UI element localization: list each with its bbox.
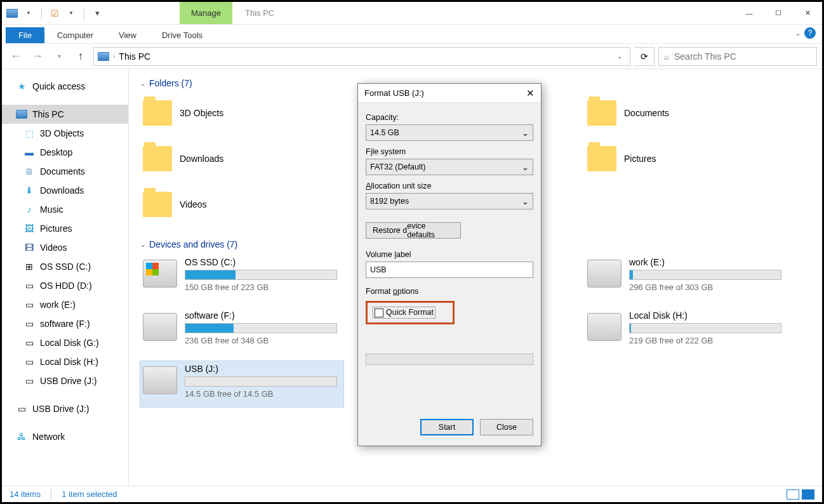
nav-3d-objects[interactable]: ⬚3D Objects: [2, 124, 128, 143]
drive-icon: [143, 366, 177, 394]
nav-recent-dropdown[interactable]: ▾: [50, 48, 68, 65]
folder-label: Documents: [624, 108, 669, 118]
chevron-down-icon: ⌄: [522, 128, 529, 138]
qat-separator: [41, 7, 42, 20]
nav-label: Videos: [40, 242, 67, 253]
qat-dropdown2-icon[interactable]: ▼: [65, 7, 77, 20]
nav-forward-button[interactable]: →: [29, 48, 46, 65]
desktop-icon: ▬: [23, 147, 35, 158]
nav-documents[interactable]: 🗎Documents: [2, 162, 128, 181]
star-icon: ★: [16, 81, 27, 92]
nav-work[interactable]: ▭work (E:): [2, 295, 128, 314]
address-bar[interactable]: › This PC ⌄: [93, 47, 630, 66]
folder-documents[interactable]: Documents: [585, 93, 788, 133]
start-button[interactable]: Start: [420, 419, 474, 435]
folder-label: Pictures: [624, 154, 656, 164]
qat-dropdown-icon[interactable]: ▼: [22, 7, 35, 20]
drive-capacity-bar: [629, 270, 781, 280]
drive-local-h[interactable]: Local Disk (H:) 219 GB free of 222 GB: [585, 308, 788, 354]
maximize-button[interactable]: ☐: [764, 2, 793, 24]
window-title: This PC: [245, 2, 274, 24]
status-bar: 14 items 1 item selected: [2, 486, 822, 502]
nav-downloads[interactable]: ⬇Downloads: [2, 181, 128, 200]
nav-usb-drive[interactable]: ▭USB Drive (J:): [2, 371, 128, 390]
nav-label: Network: [32, 432, 65, 442]
drive-os-ssd[interactable]: OS SSD (C:) 150 GB free of 223 GB: [140, 255, 343, 300]
tab-view[interactable]: View: [106, 27, 149, 43]
nav-local-h[interactable]: ▭Local Disk (H:): [2, 352, 128, 371]
folder-videos[interactable]: Videos: [140, 185, 343, 224]
status-separator: [51, 489, 51, 500]
address-row: ← → ▾ ↑ › This PC ⌄ ⟳ ⌕ Search This PC: [2, 44, 822, 69]
help-icon[interactable]: ?: [804, 27, 816, 39]
drive-usb[interactable]: USB (J:) 14.5 GB free of 14.5 GB: [140, 361, 343, 407]
qat-customize-icon[interactable]: ▾: [91, 7, 103, 20]
folder-label: 3D Objects: [180, 108, 223, 118]
folder-downloads[interactable]: Downloads: [140, 139, 343, 178]
tiles-view-button[interactable]: [802, 489, 814, 500]
pictures-icon: 🖼: [23, 223, 35, 234]
chevron-down-icon: ⌄: [140, 80, 145, 87]
nav-back-button[interactable]: ←: [7, 48, 25, 65]
cube-icon: ⬚: [23, 128, 35, 139]
volume-label-label: Volume label: [366, 250, 533, 259]
nav-pictures[interactable]: 🖼Pictures: [2, 219, 128, 238]
titlebar: ▼ ☑ ▼ ▾ Manage This PC — ☐ ✕: [2, 2, 822, 25]
details-view-button[interactable]: [787, 489, 799, 500]
tab-file[interactable]: File: [6, 27, 44, 43]
minimize-button[interactable]: —: [734, 2, 764, 24]
usb-icon: ▭: [23, 375, 35, 387]
close-button[interactable]: Close: [480, 419, 533, 435]
drive-icon: [143, 260, 177, 288]
capacity-select[interactable]: 14.5 GB ⌄: [366, 124, 533, 141]
restore-defaults-button[interactable]: Restore device defaults: [366, 222, 461, 239]
nav-network[interactable]: 🖧Network: [2, 427, 128, 446]
drive-software[interactable]: software (F:) 236 GB free of 348 GB: [140, 308, 343, 354]
tab-computer[interactable]: Computer: [44, 27, 106, 43]
folder-label: Videos: [180, 199, 207, 209]
drive-name: Local Disk (H:): [629, 310, 785, 321]
nav-this-pc[interactable]: This PC: [2, 105, 128, 124]
drive-icon: [143, 313, 177, 341]
dialog-close-button[interactable]: ✕: [526, 88, 535, 99]
nav-label: Quick access: [32, 81, 85, 91]
address-location: This PC: [119, 51, 150, 62]
drive-icon: ▭: [23, 337, 35, 348]
nav-quick-access[interactable]: ★ Quick access: [2, 77, 128, 96]
search-input[interactable]: ⌕ Search This PC: [658, 47, 817, 66]
ribbon-tabs: File Computer View Drive Tools ⌄ ?: [2, 25, 822, 44]
folder-icon: [587, 100, 616, 126]
folder-pictures[interactable]: Pictures: [585, 139, 788, 178]
properties-icon[interactable]: ☑: [48, 7, 61, 20]
nav-up-button[interactable]: ↑: [72, 48, 90, 65]
format-options-highlight: Quick Format: [366, 301, 455, 324]
folder-icon: [143, 146, 172, 171]
drive-work[interactable]: work (E:) 296 GB free of 303 GB: [585, 255, 788, 300]
checkbox-icon: [375, 308, 383, 317]
videos-icon: 🎞: [23, 242, 35, 253]
nav-software[interactable]: ▭software (F:): [2, 314, 128, 333]
tab-drive-tools[interactable]: Drive Tools: [149, 27, 215, 43]
refresh-button[interactable]: ⟳: [634, 47, 655, 66]
nav-usb-drive-root[interactable]: ▭USB Drive (J:): [2, 399, 128, 418]
allocation-select[interactable]: 8192 bytes ⌄: [366, 193, 533, 209]
nav-videos[interactable]: 🎞Videos: [2, 238, 128, 257]
folder-3d-objects[interactable]: 3D Objects: [140, 93, 343, 133]
usb-icon: ▭: [16, 403, 27, 414]
filesystem-select[interactable]: FAT32 (Default) ⌄: [366, 159, 533, 175]
nav-desktop[interactable]: ▬Desktop: [2, 143, 128, 162]
dialog-body: Capacity: 14.5 GB ⌄ File system FAT32 (D…: [358, 103, 541, 371]
nav-os-ssd[interactable]: ⊞OS SSD (C:): [2, 257, 128, 276]
nav-os-hdd[interactable]: ▭OS HDD (D:): [2, 276, 128, 295]
address-dropdown-icon[interactable]: ⌄: [613, 53, 626, 60]
ribbon-context-manage[interactable]: Manage: [180, 2, 232, 24]
volume-label-input[interactable]: USB: [366, 262, 533, 278]
chevron-down-icon: ⌄: [522, 162, 529, 172]
close-button[interactable]: ✕: [793, 2, 822, 24]
view-toggles: [787, 489, 814, 500]
quick-format-checkbox[interactable]: Quick Format: [373, 307, 435, 319]
drive-free-text: 219 GB free of 222 GB: [629, 336, 785, 345]
nav-music[interactable]: ♪Music: [2, 200, 128, 219]
nav-local-g[interactable]: ▭Local Disk (G:): [2, 333, 128, 352]
ribbon-collapse-icon[interactable]: ⌄: [795, 30, 801, 37]
